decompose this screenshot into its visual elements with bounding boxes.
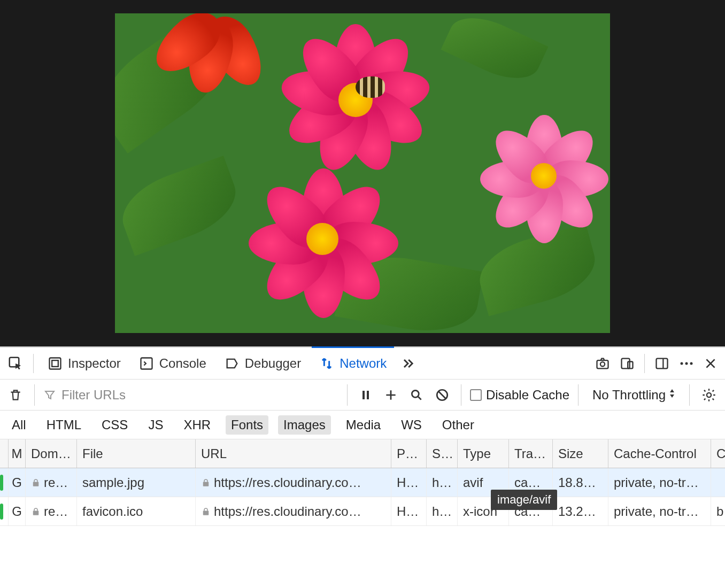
filter-html[interactable]: HTML — [41, 415, 87, 435]
filter-css[interactable]: CSS — [96, 415, 133, 435]
more-menu-icon[interactable] — [676, 358, 697, 369]
svg-point-11 — [685, 362, 688, 365]
lock-icon — [31, 478, 41, 488]
pause-icon[interactable] — [356, 385, 375, 405]
svg-point-15 — [412, 390, 419, 397]
content-image — [115, 13, 610, 333]
filter-media[interactable]: Media — [341, 415, 386, 435]
tab-network[interactable]: Network — [312, 353, 394, 374]
type-filter-bar: All HTML CSS JS XHR Fonts Images Media W… — [0, 411, 725, 439]
cell-scheme: h… — [427, 497, 458, 525]
cell-url: https://res.cloudinary.co… — [196, 497, 391, 525]
table-row[interactable]: Gre…favicon.icohttps://res.cloudinary.co… — [0, 497, 725, 526]
lock-icon — [31, 507, 41, 516]
responsive-design-icon[interactable] — [616, 353, 638, 374]
svg-rect-8 — [657, 358, 668, 368]
filter-fonts[interactable]: Fonts — [226, 415, 268, 435]
tab-console[interactable]: Console — [132, 353, 214, 374]
tab-debugger[interactable]: Debugger — [217, 353, 308, 374]
cell-method: G — [9, 468, 26, 497]
pick-element-icon[interactable] — [4, 352, 27, 375]
cell-file: favicon.ico — [77, 497, 196, 525]
col-indicator[interactable] — [0, 439, 9, 468]
divider — [33, 354, 34, 373]
close-devtools-icon[interactable] — [700, 353, 721, 374]
add-icon[interactable] — [381, 385, 401, 405]
screenshot-icon[interactable] — [592, 353, 613, 374]
dock-side-icon[interactable] — [651, 353, 673, 374]
tab-label: Network — [340, 356, 387, 371]
filter-images[interactable]: Images — [278, 415, 331, 435]
select-arrows-icon — [669, 388, 675, 401]
filter-url-input[interactable] — [61, 388, 222, 403]
search-icon[interactable] — [406, 385, 427, 405]
network-table-header: M Dom… File URL P… S… Type Tra… Size Cac… — [0, 439, 725, 468]
cell-cache-control: private, no-tr… — [608, 468, 711, 497]
console-icon — [139, 356, 154, 371]
filter-xhr[interactable]: XHR — [178, 415, 216, 435]
cell-last — [711, 468, 725, 497]
status-indicator — [0, 497, 9, 525]
lock-icon — [201, 507, 211, 516]
filter-all[interactable]: All — [6, 415, 32, 435]
divider — [644, 354, 645, 373]
lock-icon — [201, 478, 211, 488]
table-row[interactable]: Gre…sample.jpghttps://res.cloudinary.co…… — [0, 468, 725, 497]
cell-domain: re… — [26, 468, 77, 497]
throttling-label: No Throttling — [592, 388, 666, 403]
cell-file: sample.jpg — [77, 468, 196, 497]
disable-cache-toggle[interactable]: Disable Cache — [470, 388, 569, 403]
cell-method: G — [9, 497, 26, 525]
svg-rect-14 — [367, 391, 369, 399]
filter-other[interactable]: Other — [437, 415, 480, 435]
svg-point-12 — [690, 362, 693, 365]
tab-label: Debugger — [245, 356, 301, 371]
svg-rect-13 — [362, 391, 365, 399]
cell-last: b — [711, 497, 725, 525]
col-file[interactable]: File — [77, 439, 196, 468]
tab-inspector[interactable]: Inspector — [40, 353, 128, 374]
col-last[interactable]: C — [711, 439, 725, 468]
type-tooltip: image/avif — [491, 490, 557, 510]
col-url[interactable]: URL — [196, 439, 391, 468]
col-method[interactable]: M — [9, 439, 26, 468]
cell-protocol: H… — [391, 468, 427, 497]
filter-ws[interactable]: WS — [396, 415, 427, 435]
col-protocol[interactable]: P… — [391, 439, 427, 468]
network-icon — [319, 356, 334, 371]
block-icon[interactable] — [432, 385, 452, 405]
overflow-tabs-icon[interactable] — [397, 353, 419, 374]
filter-url-wrap[interactable] — [43, 388, 311, 403]
col-transferred[interactable]: Tra… — [509, 439, 553, 468]
col-scheme[interactable]: S… — [427, 439, 458, 468]
svg-rect-1 — [50, 358, 61, 369]
cell-scheme: h… — [427, 468, 458, 497]
col-domain[interactable]: Dom… — [26, 439, 77, 468]
svg-rect-2 — [52, 360, 58, 367]
devtools-panel: Inspector Console Debugger Network — [0, 346, 725, 526]
cell-size: 13.2… — [553, 497, 608, 525]
cell-domain: re… — [26, 497, 77, 525]
svg-point-5 — [600, 362, 605, 366]
filter-js[interactable]: JS — [143, 415, 168, 435]
settings-icon[interactable] — [698, 384, 720, 406]
status-indicator — [0, 468, 9, 497]
funnel-icon — [43, 389, 56, 401]
checkbox-icon — [470, 389, 482, 401]
network-table-body: Gre…sample.jpghttps://res.cloudinary.co…… — [0, 468, 725, 526]
network-subbar: Disable Cache No Throttling — [0, 380, 725, 411]
svg-rect-6 — [622, 358, 630, 368]
cell-url: https://res.cloudinary.co… — [196, 468, 391, 497]
svg-point-10 — [681, 362, 683, 365]
throttling-select[interactable]: No Throttling — [587, 388, 681, 403]
inspector-icon — [48, 356, 63, 371]
col-cache-control[interactable]: Cache-Control — [608, 439, 711, 468]
disable-cache-label: Disable Cache — [486, 388, 569, 403]
page-viewport — [0, 0, 725, 346]
col-type[interactable]: Type — [458, 439, 509, 468]
clear-icon[interactable] — [5, 385, 26, 405]
cell-cache-control: private, no-tr… — [608, 497, 711, 525]
col-size[interactable]: Size — [553, 439, 608, 468]
devtools-toolbar: Inspector Console Debugger Network — [0, 347, 725, 380]
cell-size: 18.8… — [553, 468, 608, 497]
